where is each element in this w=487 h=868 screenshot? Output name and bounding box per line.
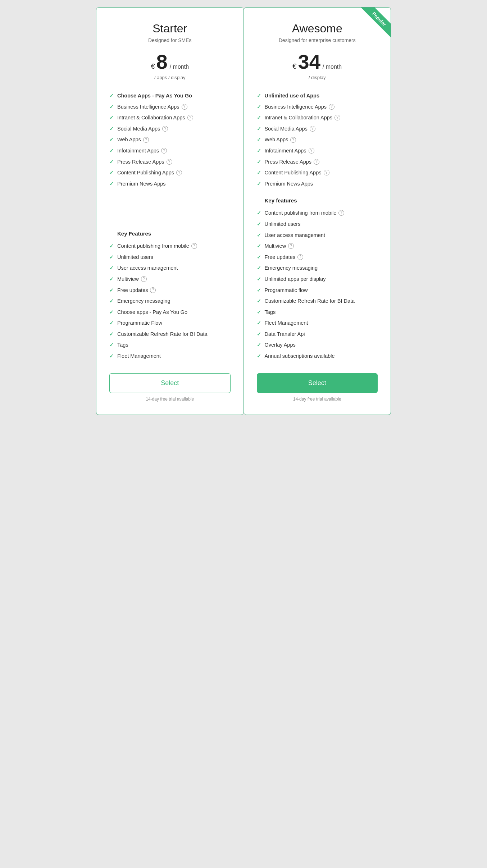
app-item-1: ✓ Intranet & Collaboration Apps? (257, 112, 378, 123)
price-period: / month (170, 64, 189, 70)
app-label: Press Release Apps? (117, 158, 172, 165)
key-feature-label: Annual subscriptions available (265, 352, 335, 360)
check-icon: ✓ (257, 210, 261, 217)
key-feature-label: Multiview? (117, 275, 147, 283)
key-feature-label: Programmatic flow (265, 287, 308, 294)
app-item-2: ✓ Social Media Apps? (257, 123, 378, 134)
help-icon: ? (150, 287, 156, 293)
price-period: / month (323, 64, 342, 70)
key-feature-item-6: ✓ Unlimited apps per display (257, 274, 378, 285)
key-feature-label: Customizable Refresh Rate for BI Data (117, 330, 208, 338)
price-sub: / apps / display (109, 75, 231, 80)
help-icon: ? (191, 243, 197, 249)
key-feature-label: Emergency messaging (265, 264, 318, 271)
help-icon: ? (329, 104, 334, 110)
check-icon: ✓ (257, 169, 261, 177)
key-feature-label: Tags (265, 309, 276, 316)
key-features-label: Key features (265, 197, 297, 204)
app-label: Content Publishing Apps? (265, 169, 329, 176)
pricing-container: Starter Designed for SMEs € 8 / month / … (96, 7, 391, 415)
key-features-list: ✓ Key Features ✓ Content publishing from… (109, 222, 231, 362)
app-item-4: ✓ Infotainment Apps? (257, 145, 378, 156)
popular-badge: Popular (355, 8, 391, 44)
key-feature-item-3: ✓ Multiview? (257, 241, 378, 252)
key-feature-item-5: ✓ Emergency messaging (109, 296, 231, 307)
key-feature-item-2: ✓ User access management (257, 230, 378, 241)
select-section: Select 14-day free trial available (109, 373, 231, 402)
help-icon: ? (143, 137, 149, 143)
key-feature-label: Unlimited users (265, 220, 301, 228)
apps-list: ✓ Choose Apps - Pay As You Go ✓ Business… (109, 90, 231, 222)
trial-text: 14-day free trial available (293, 397, 341, 402)
help-icon: ? (338, 210, 344, 216)
help-icon: ? (309, 148, 314, 154)
key-feature-item-9: ✓ Tags (109, 339, 231, 351)
app-label: Social Media Apps? (117, 125, 168, 132)
select-button-awesome[interactable]: Select (257, 373, 378, 393)
key-feature-item-5: ✓ Emergency messaging (257, 262, 378, 274)
app-label: Intranet & Collaboration Apps? (117, 114, 193, 121)
check-icon: ✓ (257, 243, 261, 250)
check-icon: ✓ (257, 298, 261, 305)
key-feature-label: Fleet Management (117, 352, 161, 360)
check-icon: ✓ (109, 159, 114, 166)
key-features-header: ✓ Key features (257, 195, 378, 206)
check-icon: ✓ (257, 114, 261, 122)
check-icon: ✓ (257, 181, 261, 188)
check-icon: ✓ (109, 104, 114, 111)
app-item-3: ✓ Web Apps? (257, 134, 378, 145)
help-icon: ? (182, 104, 187, 110)
key-feature-item-0: ✓ Content publishing from mobile? (109, 241, 231, 252)
app-item-7: ✓ Premium News Apps (257, 178, 378, 189)
help-icon: ? (324, 170, 329, 175)
check-icon: ✓ (109, 320, 114, 327)
plan-name: Starter (109, 22, 231, 35)
check-icon: ✓ (109, 276, 114, 283)
app-item-5: ✓ Press Release Apps? (257, 156, 378, 168)
app-item-2: ✓ Social Media Apps? (109, 123, 231, 134)
key-feature-item-6: ✓ Choose apps - Pay As You Go (109, 307, 231, 318)
apps-header: ✓ Unlimited use of Apps (257, 90, 378, 101)
app-item-7: ✓ Premium News Apps (109, 178, 231, 189)
check-icon: ✓ (109, 125, 114, 133)
app-item-4: ✓ Infotainment Apps? (109, 145, 231, 156)
apps-section-label: Choose Apps - Pay As You Go (117, 92, 192, 99)
app-item-0: ✓ Business Intelligence Apps? (109, 101, 231, 113)
key-feature-label: Unlimited users (117, 253, 153, 261)
key-feature-label: User access management (117, 264, 178, 271)
check-icon: ✓ (257, 92, 261, 100)
key-feature-label: Free updates? (117, 287, 156, 294)
key-feature-item-10: ✓ Fleet Management (109, 351, 231, 362)
help-icon: ? (167, 159, 172, 165)
key-feature-label: Emergency messaging (117, 297, 170, 305)
help-icon: ? (187, 115, 193, 120)
check-icon: ✓ (109, 298, 114, 305)
key-features-header: ✓ Key Features (109, 228, 231, 239)
select-section: Select 14-day free trial available (257, 373, 378, 402)
check-icon: ✓ (257, 136, 261, 143)
app-label: Business Intelligence Apps? (117, 103, 187, 110)
trial-text: 14-day free trial available (146, 397, 194, 402)
app-label: Press Release Apps? (265, 158, 320, 165)
apps-list: ✓ Unlimited use of Apps ✓ Business Intel… (257, 90, 378, 189)
plan-header: Starter Designed for SMEs (109, 22, 231, 43)
help-icon: ? (141, 276, 147, 282)
check-icon: ✓ (257, 265, 261, 272)
key-feature-item-0: ✓ Content publishing from mobile? (257, 207, 378, 219)
key-feature-item-3: ✓ Multiview? (109, 274, 231, 285)
key-feature-label: Choose apps - Pay As You Go (117, 309, 187, 316)
check-icon: ✓ (109, 342, 114, 349)
app-label: Web Apps? (117, 136, 149, 143)
check-icon: ✓ (257, 147, 261, 155)
key-feature-label: Content publishing from mobile? (117, 242, 197, 250)
select-button-starter[interactable]: Select (109, 373, 231, 393)
key-feature-label: Customizable Refresh Rate for BI Data (265, 297, 355, 305)
check-icon: ✓ (109, 331, 114, 338)
check-icon: ✓ (257, 276, 261, 283)
app-label: Intranet & Collaboration Apps? (265, 114, 341, 121)
popular-label: Popular (360, 8, 391, 38)
app-label: Content Publishing Apps? (117, 169, 182, 176)
key-feature-item-10: ✓ Fleet Management (257, 317, 378, 329)
help-icon: ? (288, 243, 294, 249)
price-currency: € (151, 62, 155, 70)
